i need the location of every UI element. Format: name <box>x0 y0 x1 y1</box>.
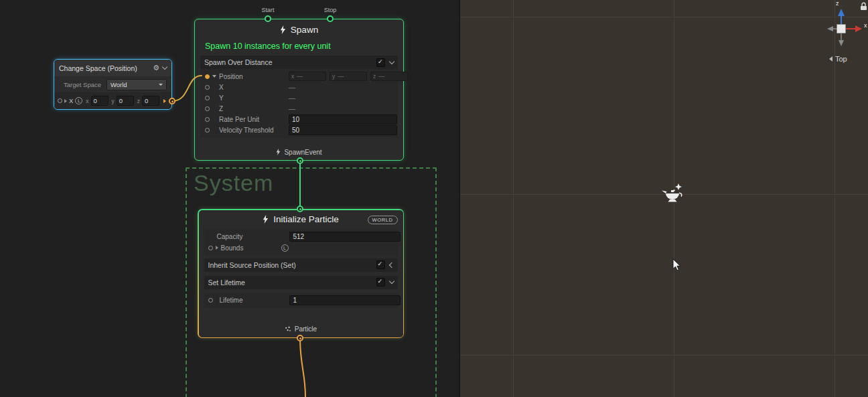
block-enabled-checkbox[interactable] <box>376 58 385 67</box>
rate-input-port[interactable] <box>205 117 210 122</box>
property-label: Rate Per Unit <box>219 116 259 123</box>
block-inherit-source-position[interactable]: Inherit Source Position (Set) <box>204 258 398 272</box>
bounds-input-port[interactable] <box>208 246 213 250</box>
property-row-y[interactable]: Y — <box>200 92 398 103</box>
space-toggle-icon[interactable]: L <box>75 97 82 104</box>
input-row-x[interactable]: X L x 0 y 0 z 0 <box>54 92 171 109</box>
block-enabled-checkbox[interactable] <box>376 278 385 287</box>
context-node-spawn[interactable]: Spawn Spawn 10 instances for every unit … <box>194 19 404 161</box>
graph-editor-canvas[interactable]: System Start Stop Spawn Spawn 10 instanc… <box>0 0 459 397</box>
property-row-x[interactable]: X — <box>200 82 398 92</box>
velocity-input-port[interactable] <box>205 128 210 133</box>
node-header: Change Space (Position) ⚙ <box>54 60 171 76</box>
position-x-field[interactable]: x— <box>289 72 326 81</box>
rate-per-unit-input[interactable]: 10 <box>289 114 397 125</box>
block-enabled-checkbox[interactable] <box>376 260 385 269</box>
vfx-lamp-gizmo-icon[interactable] <box>661 182 685 204</box>
property-value: — <box>289 105 295 112</box>
initialize-input-port[interactable] <box>297 206 303 212</box>
capacity-input[interactable]: 512 <box>289 232 401 242</box>
grid-line <box>460 355 868 355</box>
input-row-label: X <box>69 97 73 104</box>
initialize-output-port[interactable] <box>297 335 303 341</box>
particle-icon <box>285 326 291 333</box>
block-title: Inherit Source Position (Set) <box>208 261 376 269</box>
spawn-stop-port[interactable] <box>327 15 334 22</box>
context-node-initialize-particle[interactable]: Initialize Particle WORLD Capacity 512 B… <box>198 209 404 338</box>
initialize-context-title: Initialize Particle WORLD <box>199 210 403 229</box>
property-value: — <box>289 94 295 102</box>
x-input-port[interactable] <box>205 85 210 90</box>
space-toggle-icon[interactable]: L <box>281 244 289 252</box>
property-value: — <box>289 84 295 91</box>
target-space-label: Target Space <box>64 81 101 88</box>
settings-gear-icon[interactable]: ⚙ <box>153 64 159 72</box>
chevron-down-icon[interactable] <box>162 64 167 70</box>
initialize-context-body: Initialize Particle WORLD Capacity 512 B… <box>199 210 403 337</box>
property-label: X <box>219 84 224 91</box>
vfx-editor-window: System Start Stop Spawn Spawn 10 instanc… <box>0 0 868 397</box>
scene-view[interactable]: z x Top <box>459 0 868 397</box>
target-space-row: Target Space World <box>54 76 171 92</box>
axis-letter: x <box>86 98 88 104</box>
orientation-gizmo-axes[interactable] <box>822 5 868 52</box>
view-mode-selector[interactable]: Top <box>829 55 847 63</box>
property-label: Bounds <box>221 244 244 252</box>
chevron-left-icon[interactable] <box>388 262 394 267</box>
velocity-threshold-input[interactable]: 50 <box>289 125 397 135</box>
x-axis-cone[interactable] <box>855 25 862 32</box>
property-row-rate-per-unit[interactable]: Rate Per Unit 10 <box>200 114 398 125</box>
lock-icon[interactable] <box>860 2 867 11</box>
lifetime-input[interactable]: 1 <box>289 295 401 305</box>
axis-letter: z <box>137 98 140 104</box>
y-input-port[interactable] <box>205 96 210 100</box>
node-change-space[interactable]: Change Space (Position) ⚙ Target Space W… <box>54 59 172 110</box>
position-z-field[interactable]: z— <box>370 72 408 81</box>
property-row-z[interactable]: Z — <box>200 103 398 114</box>
space-badge[interactable]: WORLD <box>368 216 398 224</box>
z-value-input[interactable]: 0 <box>142 96 159 106</box>
particle-label: Particle <box>295 325 317 333</box>
chevron-down-icon[interactable] <box>389 58 394 64</box>
lifetime-input-port[interactable] <box>208 298 213 303</box>
z-axis-label: z <box>836 0 839 7</box>
property-row-position[interactable]: Position x— y— z— <box>200 71 398 82</box>
block-set-lifetime[interactable]: Set Lifetime <box>204 276 398 289</box>
axis-value: — <box>378 73 384 80</box>
lightning-icon <box>263 215 269 224</box>
x-input-port[interactable] <box>58 98 62 103</box>
axis-value: — <box>297 73 303 80</box>
property-row-velocity-threshold[interactable]: Velocity Threshold 50 <box>200 125 398 135</box>
lightning-icon <box>280 25 286 34</box>
chevron-down-icon[interactable] <box>388 279 394 284</box>
y-value-input[interactable]: 0 <box>117 96 134 106</box>
axis-letter: x <box>291 73 294 80</box>
expand-arrow-icon[interactable] <box>64 99 67 103</box>
target-space-dropdown[interactable]: World <box>106 79 167 90</box>
grid-line <box>460 17 868 17</box>
spawn-start-port[interactable] <box>265 15 271 22</box>
x-axis-label: x <box>864 22 867 29</box>
expand-triangle-icon[interactable] <box>212 75 216 78</box>
property-row-capacity[interactable]: Capacity 512 <box>204 231 398 242</box>
neg-axis-cone[interactable] <box>827 26 833 31</box>
expand-arrow-icon[interactable] <box>216 246 218 250</box>
property-row-bounds[interactable]: Bounds L <box>204 242 398 254</box>
position-y-field[interactable]: y— <box>330 72 367 81</box>
node-title: Change Space (Position) <box>59 64 149 72</box>
change-space-output-port[interactable] <box>169 98 175 104</box>
block-spawn-over-distance[interactable]: Spawn Over Distance <box>200 56 398 69</box>
neg-axis-cone[interactable] <box>839 40 844 46</box>
x-value-input[interactable]: 0 <box>91 96 108 106</box>
context-settings-strip: Capacity 512 Bounds L <box>204 229 398 256</box>
property-label: Position <box>219 73 243 80</box>
gizmo-center-cube[interactable] <box>837 25 846 33</box>
position-input-port[interactable] <box>205 74 210 79</box>
spawn-event-output-port[interactable] <box>297 157 303 164</box>
property-label: Y <box>219 94 224 102</box>
z-input-port[interactable] <box>205 106 210 111</box>
view-mode-text: Top <box>835 55 847 63</box>
mouse-cursor <box>672 258 681 271</box>
property-row-lifetime[interactable]: Lifetime 1 <box>204 295 398 306</box>
z-axis-cone[interactable] <box>838 9 845 16</box>
